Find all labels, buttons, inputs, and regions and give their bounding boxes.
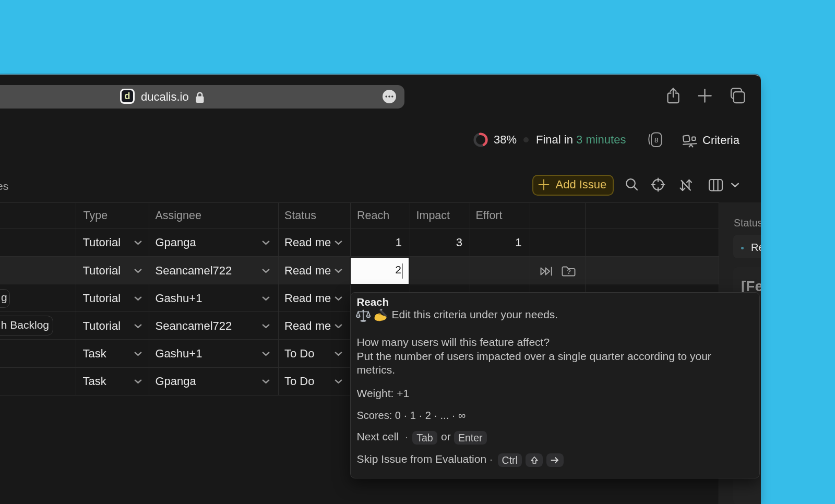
svg-text:8: 8 xyxy=(654,136,659,144)
svg-text:?: ? xyxy=(567,268,571,275)
